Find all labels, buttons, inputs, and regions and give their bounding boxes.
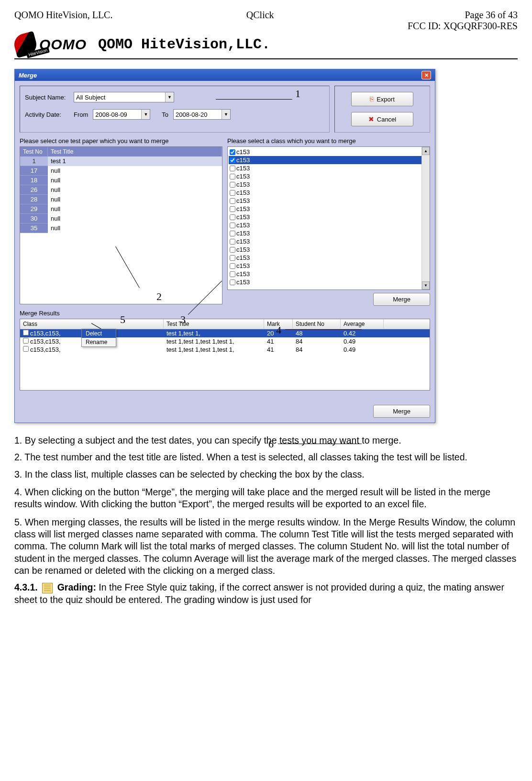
table-row[interactable]: 29null xyxy=(20,204,222,214)
row-checkbox[interactable] xyxy=(23,338,29,344)
chevron-down-icon: ▼ xyxy=(165,92,174,102)
results-table[interactable]: Class Test Title Mark Student No Average… xyxy=(20,319,430,390)
row-checkbox[interactable] xyxy=(23,346,29,352)
window-title: Merge xyxy=(19,72,37,79)
section-num: 4.3.1. xyxy=(14,582,38,592)
list-item[interactable]: c153 xyxy=(229,245,429,254)
class-checkbox[interactable] xyxy=(230,174,235,179)
para-6: 4.3.1. Grading: In the Free Style quiz t… xyxy=(14,581,518,606)
list-item[interactable]: c153 xyxy=(229,189,429,197)
table-row[interactable]: 18null xyxy=(20,176,222,185)
list-item[interactable]: c153 xyxy=(229,172,429,180)
date-label: Activity Date: xyxy=(25,111,69,118)
cell-testtitle: null xyxy=(48,214,222,223)
list-item[interactable]: c153 xyxy=(229,262,429,270)
class-checkbox[interactable] xyxy=(230,231,235,236)
logo-swoosh-icon: HiteVision xyxy=(12,31,39,58)
from-date-combo[interactable]: 2008-08-09 ▼ xyxy=(93,109,150,120)
list-item[interactable]: c153 xyxy=(229,270,429,278)
class-checkbox[interactable] xyxy=(230,190,235,196)
cancel-button[interactable]: ✖ Cancel xyxy=(351,112,413,126)
para-2: 2. The test number and the test title ar… xyxy=(14,451,518,463)
class-checkbox[interactable] xyxy=(230,247,235,253)
list-item[interactable]: c153 xyxy=(229,197,429,205)
merge-button-bottom[interactable]: Merge xyxy=(373,405,430,418)
class-name: c153 xyxy=(236,222,250,229)
list-item[interactable]: c153 xyxy=(229,278,429,286)
scroll-up-icon[interactable]: ▲ xyxy=(422,147,430,155)
cell-testno: 17 xyxy=(20,166,48,176)
table-row[interactable]: 26null xyxy=(20,185,222,195)
rh-title: Test Title xyxy=(164,319,264,329)
grading-icon xyxy=(42,583,53,593)
class-checkbox[interactable] xyxy=(230,149,235,155)
cell-testno: 29 xyxy=(20,204,48,214)
to-date-combo[interactable]: 2008-08-20 ▼ xyxy=(173,109,231,120)
company-title: QOMO HiteVision,LLC. xyxy=(98,36,270,53)
cell-testtitle: null xyxy=(48,185,222,195)
class-name: c153 xyxy=(236,230,250,237)
table-row[interactable]: 30null xyxy=(20,214,222,223)
class-checkbox[interactable] xyxy=(230,214,235,220)
merge-button-top[interactable]: Merge xyxy=(373,293,430,306)
export-icon: ⎘ xyxy=(370,95,374,103)
cell-student: 84 xyxy=(293,337,341,346)
list-item[interactable]: c153 xyxy=(229,213,429,221)
table-row[interactable]: 17null xyxy=(20,166,222,176)
class-checkbox[interactable] xyxy=(230,182,235,188)
class-name: c153 xyxy=(236,205,250,212)
class-checkbox[interactable] xyxy=(230,271,235,277)
page-header: QOMO HiteVision, LLC. QClick Page 36 of … xyxy=(14,10,518,32)
cell-title: test 1,test 1,test 1,test 1, xyxy=(164,337,264,346)
class-list[interactable]: c153c153c153c153c153c153c153c153c153c153… xyxy=(227,146,430,290)
list-item[interactable]: c153 xyxy=(229,156,429,164)
header-left: QOMO HiteVision, LLC. xyxy=(14,10,112,32)
row-checkbox[interactable] xyxy=(23,330,29,335)
list-item[interactable]: c153 xyxy=(229,148,429,156)
side-panel: ⎘ Export ✖ Cancel xyxy=(334,86,430,133)
class-checkbox[interactable] xyxy=(230,279,235,285)
class-checkbox[interactable] xyxy=(230,239,235,245)
test-table[interactable]: Test No Test Title 1test 117null18null26… xyxy=(20,146,222,304)
th-testno: Test No xyxy=(20,147,48,156)
results-label: Merge Results xyxy=(20,310,430,317)
class-checkbox[interactable] xyxy=(230,157,235,163)
annotation-line-4 xyxy=(285,329,362,330)
list-item[interactable]: c153 xyxy=(229,205,429,213)
logo-sub: HiteVision xyxy=(26,47,50,58)
cell-testtitle: null xyxy=(48,176,222,185)
close-button[interactable]: ✕ xyxy=(421,71,431,79)
class-checkbox[interactable] xyxy=(230,198,235,204)
cell-student: 48 xyxy=(293,329,341,337)
class-name: c153 xyxy=(236,246,250,253)
cell-testtitle: null xyxy=(48,204,222,214)
class-checkbox[interactable] xyxy=(230,255,235,261)
table-row[interactable]: 28null xyxy=(20,195,222,204)
class-checkbox[interactable] xyxy=(230,223,235,228)
list-item[interactable]: c153 xyxy=(229,229,429,237)
class-name: c153 xyxy=(236,213,250,221)
list-item[interactable]: c153 xyxy=(229,254,429,262)
list-item[interactable]: c153 xyxy=(229,237,429,245)
annotation-line-1 xyxy=(216,99,292,100)
list-item[interactable]: c153 xyxy=(229,180,429,189)
export-button[interactable]: ⎘ Export xyxy=(351,92,413,106)
list-item[interactable]: c153 xyxy=(229,221,429,229)
class-checkbox[interactable] xyxy=(230,166,235,171)
table-row[interactable]: 35null xyxy=(20,223,222,233)
subject-combo[interactable]: All Subject ▼ xyxy=(74,92,174,102)
annotation-1: 1 xyxy=(295,88,300,100)
menu-delete[interactable]: Delect xyxy=(82,329,116,338)
class-checkbox[interactable] xyxy=(230,263,235,269)
list-item[interactable]: c153 xyxy=(229,164,429,172)
table-row[interactable]: 1test 1 xyxy=(20,156,222,166)
class-checkbox[interactable] xyxy=(230,206,235,212)
merge-window: Merge ✕ Subject Name: All Subject ▼ Acti… xyxy=(14,69,435,423)
cell-mark: 41 xyxy=(264,337,293,346)
scrollbar[interactable]: ▲ ▼ xyxy=(421,147,430,290)
menu-rename[interactable]: Rename xyxy=(82,338,116,346)
scroll-down-icon[interactable]: ▼ xyxy=(422,281,430,290)
cell-avg: 0.42 xyxy=(341,329,384,337)
class-name: c153 xyxy=(236,262,250,269)
chevron-down-icon: ▼ xyxy=(141,110,150,119)
